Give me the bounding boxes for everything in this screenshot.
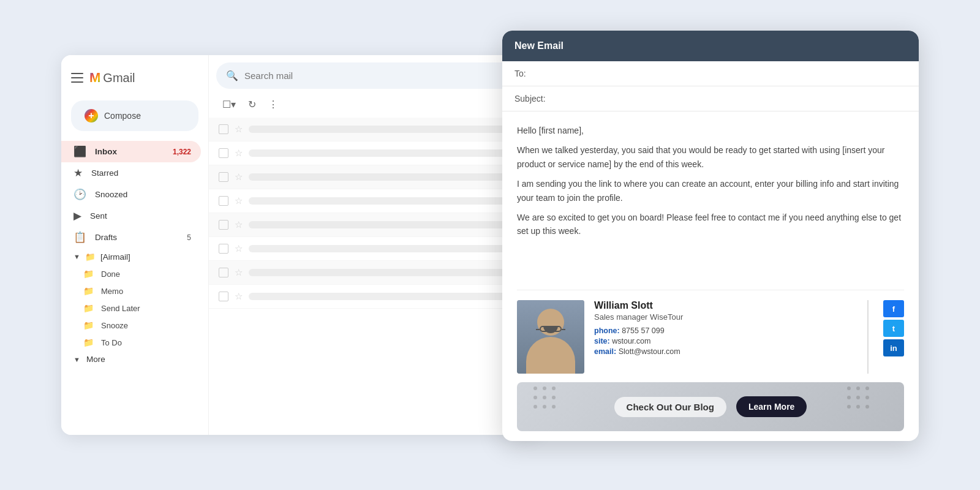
more-item[interactable]: ▼ More <box>61 351 208 368</box>
star-icon[interactable]: ☆ <box>235 172 243 183</box>
inbox-label: Inbox <box>95 147 117 156</box>
svg-point-8 <box>552 405 556 409</box>
table-row[interactable]: ☆ <box>209 261 539 285</box>
star-icon[interactable]: ☆ <box>235 291 243 302</box>
svg-point-11 <box>865 386 869 390</box>
row-checkbox[interactable] <box>219 148 228 158</box>
email-preview <box>249 245 529 252</box>
compose-subject-field[interactable]: Subject: <box>502 86 919 111</box>
nav-item-inbox[interactable]: ⬛ Inbox 1,322 <box>61 141 201 162</box>
airmail-header[interactable]: ▼ 📁 [Airmail] <box>61 248 201 265</box>
email-value: Slott@wstour.com <box>619 347 680 356</box>
nav-item-sent[interactable]: ▶ Sent <box>61 205 201 227</box>
row-checkbox[interactable] <box>219 292 228 301</box>
table-row[interactable]: ☆ <box>209 189 539 213</box>
facebook-button[interactable]: f <box>883 300 904 317</box>
signature-info: William Slott Sales manager WiseTour pho… <box>594 300 853 374</box>
linkedin-button[interactable]: in <box>883 339 904 356</box>
folder-item-todo[interactable]: 📁 To Do <box>83 334 208 351</box>
star-icon[interactable]: ☆ <box>235 219 243 230</box>
dots-decor-right <box>843 382 892 431</box>
row-checkbox[interactable] <box>219 124 228 134</box>
folder-todo-icon: 📁 <box>83 337 94 347</box>
subject-label: Subject: <box>514 94 546 104</box>
learn-more-button[interactable]: Learn More <box>736 396 807 417</box>
sig-social: f t in <box>883 300 904 374</box>
sidebar-header: M Gmail <box>61 65 208 96</box>
svg-point-0 <box>533 386 537 390</box>
compose-to-field[interactable]: To: <box>502 61 919 86</box>
folder-snooze-label: Snooze <box>101 321 128 330</box>
table-row[interactable]: ☆ <box>209 285 539 309</box>
table-row[interactable]: ☆ <box>209 165 539 189</box>
compose-window-title: New Email <box>514 40 564 51</box>
compose-label: Compose <box>104 111 141 121</box>
compose-body[interactable]: Hello [first name], When we talked yeste… <box>502 111 919 284</box>
folder-item-send-later[interactable]: 📁 Send Later <box>83 300 208 317</box>
star-icon[interactable]: ☆ <box>235 148 243 159</box>
gmail-logo: M Gmail <box>89 70 135 86</box>
svg-point-1 <box>543 386 546 390</box>
nav-item-snoozed[interactable]: 🕑 Snoozed <box>61 184 201 205</box>
star-icon[interactable]: ☆ <box>235 243 243 254</box>
twitter-button[interactable]: t <box>883 320 904 337</box>
drafts-label: Drafts <box>95 233 117 242</box>
row-checkbox[interactable] <box>219 172 228 182</box>
search-icon: 🔍 <box>226 70 238 81</box>
more-label: More <box>86 355 105 364</box>
star-icon[interactable]: ☆ <box>235 124 243 135</box>
folder-memo-label: Memo <box>101 287 123 296</box>
person-shape <box>517 300 584 374</box>
more-options-button[interactable]: ⋮ <box>265 96 282 113</box>
nav-item-drafts[interactable]: 📋 Drafts 5 <box>61 227 201 248</box>
row-checkbox[interactable] <box>219 244 228 254</box>
toolbar: ☐▾ ↻ ⋮ <box>209 94 539 118</box>
phone-label: phone: <box>594 326 620 335</box>
table-row[interactable]: ☆ <box>209 213 539 237</box>
table-row[interactable]: ☆ <box>209 237 539 261</box>
drafts-badge: 5 <box>187 233 191 242</box>
starred-label: Starred <box>91 168 118 178</box>
phone-value: 8755 57 099 <box>622 326 665 335</box>
search-bar[interactable]: 🔍 <box>216 62 532 89</box>
row-checkbox[interactable] <box>219 268 228 277</box>
person-body <box>526 337 575 374</box>
row-checkbox[interactable] <box>219 220 228 230</box>
compose-window: New Email To: Subject: Hello [first name… <box>502 31 919 441</box>
inbox-icon: ⬛ <box>74 145 86 158</box>
signature-photo <box>517 300 584 374</box>
nav-item-starred[interactable]: ★ Starred <box>61 162 201 184</box>
sig-phone: phone: 8755 57 099 <box>594 326 853 335</box>
search-input[interactable] <box>244 70 522 81</box>
email-preview <box>249 293 529 300</box>
compose-button[interactable]: + Compose <box>71 100 198 131</box>
sent-icon: ▶ <box>74 209 81 222</box>
blog-banner: Check Out Our Blog Learn More <box>517 382 904 431</box>
folder-memo-icon: 📁 <box>83 286 94 296</box>
folder-item-done[interactable]: 📁 Done <box>83 265 208 282</box>
hamburger-icon[interactable] <box>71 73 83 83</box>
beard <box>543 326 558 333</box>
compose-plus-icon: + <box>85 109 98 123</box>
row-checkbox[interactable] <box>219 196 228 206</box>
gmail-window: M Gmail + Compose ⬛ Inbox 1,322 ★ Starre… <box>61 55 539 435</box>
airmail-label: [Airmail] <box>100 252 130 262</box>
sig-title: Sales manager WiseTour <box>594 312 853 322</box>
table-row[interactable]: ☆ <box>209 118 539 141</box>
folder-item-memo[interactable]: 📁 Memo <box>83 282 208 300</box>
select-all-button[interactable]: ☐▾ <box>219 96 239 113</box>
snoozed-label: Snoozed <box>95 190 127 199</box>
folder-item-snooze[interactable]: 📁 Snooze <box>83 317 208 334</box>
body-paragraph-2: I am sending you the link to where you c… <box>517 177 904 205</box>
site-value: wstour.com <box>612 337 650 345</box>
star-icon[interactable]: ☆ <box>235 267 243 278</box>
table-row[interactable]: ☆ <box>209 141 539 165</box>
body-paragraph-3: We are so excited to get you on board! P… <box>517 211 904 238</box>
drafts-icon: 📋 <box>74 231 86 244</box>
email-preview <box>249 221 529 228</box>
star-icon[interactable]: ☆ <box>235 195 243 206</box>
email-preview <box>249 149 529 157</box>
sig-name: William Slott <box>594 300 853 311</box>
refresh-button[interactable]: ↻ <box>244 96 260 113</box>
gmail-text-logo: Gmail <box>103 71 135 85</box>
